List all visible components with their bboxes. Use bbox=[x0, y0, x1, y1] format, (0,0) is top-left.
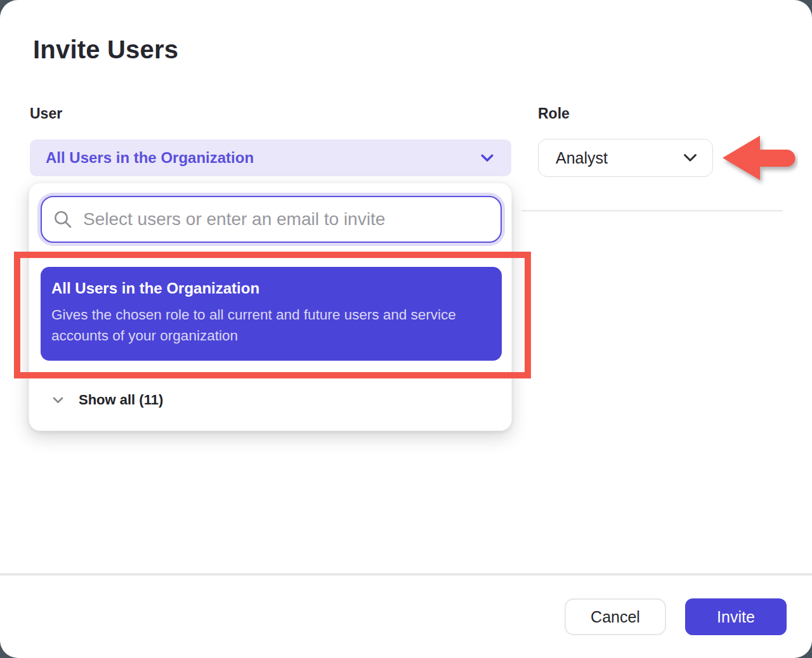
user-select[interactable]: All Users in the Organization bbox=[30, 139, 511, 176]
red-arrow-left-icon bbox=[721, 133, 798, 188]
invite-button[interactable]: Invite bbox=[685, 598, 787, 635]
page-title: Invite Users bbox=[33, 35, 178, 64]
user-field-label: User bbox=[30, 105, 62, 122]
chevron-down-icon bbox=[481, 154, 494, 162]
user-search-box bbox=[41, 196, 502, 243]
role-select-value: Analyst bbox=[556, 149, 683, 167]
user-search-input[interactable] bbox=[83, 209, 488, 229]
show-all-label: Show all (11) bbox=[79, 392, 163, 408]
show-all-toggle[interactable]: Show all (11) bbox=[29, 385, 511, 415]
option-description: Gives the chosen role to all current and… bbox=[51, 304, 491, 346]
invite-users-dialog: Invite Users User Role All Users in the … bbox=[0, 0, 812, 658]
footer-divider bbox=[0, 573, 812, 576]
search-icon bbox=[53, 210, 72, 229]
role-select[interactable]: Analyst bbox=[538, 139, 713, 177]
option-all-users-in-organization[interactable]: All Users in the Organization Gives the … bbox=[41, 267, 502, 361]
user-dropdown-panel: All Users in the Organization Gives the … bbox=[29, 183, 512, 431]
user-select-value: All Users in the Organization bbox=[46, 149, 481, 167]
role-field-label: Role bbox=[538, 105, 570, 122]
option-title: All Users in the Organization bbox=[51, 280, 491, 297]
section-divider bbox=[521, 210, 783, 212]
chevron-down-icon bbox=[683, 153, 697, 162]
chevron-down-icon bbox=[53, 397, 63, 404]
cancel-button[interactable]: Cancel bbox=[565, 598, 666, 635]
